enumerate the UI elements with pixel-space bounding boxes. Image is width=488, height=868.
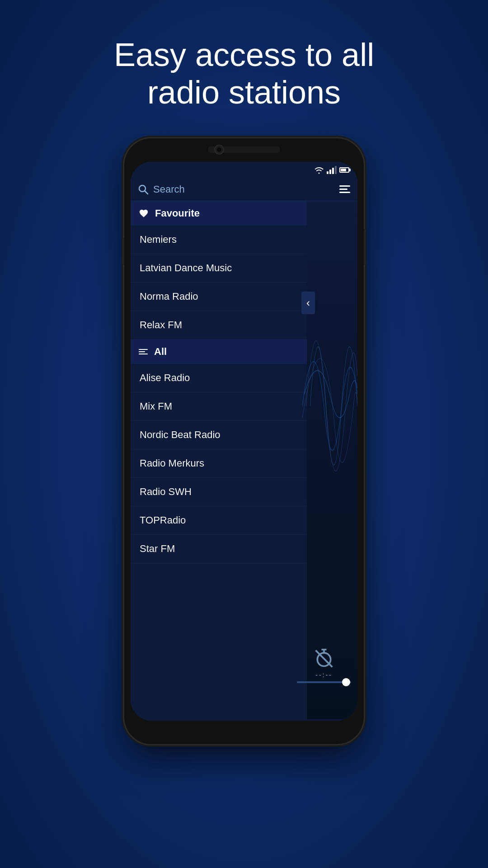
list-item[interactable]: Radio SWH	[131, 478, 307, 506]
app-content: Search	[131, 178, 357, 721]
list-item-text: Nordic Beat Radio	[140, 429, 221, 440]
list-item[interactable]: Alise Radio	[131, 364, 307, 392]
phone-volume-button	[122, 238, 124, 265]
phone-mockup: Search	[124, 138, 364, 744]
list-item[interactable]: Latvian Dance Music	[131, 254, 307, 283]
status-bar	[131, 162, 357, 178]
list-item-text: Star FM	[140, 543, 175, 554]
wifi-icon	[314, 166, 324, 174]
list-item[interactable]: Nordic Beat Radio	[131, 421, 307, 449]
waveform-art	[302, 228, 357, 584]
list-item[interactable]: Radio Merkurs	[131, 449, 307, 478]
search-icon	[138, 184, 149, 195]
right-panel: --:--	[307, 201, 357, 719]
app-headline: Easy access to all radio stations	[59, 36, 429, 111]
list-item-text: Relax FM	[140, 319, 182, 330]
search-placeholder: Search	[153, 184, 185, 195]
list-item-text: TOPRadio	[140, 514, 186, 526]
list-item[interactable]: Star FM	[131, 535, 307, 563]
svg-line-1	[145, 191, 148, 194]
list-item[interactable]: Mix FM	[131, 392, 307, 421]
list-item[interactable]: Relax FM	[131, 311, 307, 340]
timer-off-icon[interactable]	[314, 649, 334, 669]
all-section-header[interactable]: All	[131, 340, 307, 364]
search-bar[interactable]: Search	[131, 178, 357, 201]
list-item-text: Norma Radio	[140, 291, 198, 302]
list-item[interactable]: TOPRadio	[131, 506, 307, 535]
phone-camera	[214, 145, 224, 155]
volume-thumb[interactable]	[342, 678, 350, 686]
heart-icon	[139, 208, 149, 218]
all-section-icon	[139, 349, 148, 354]
list-item-text: Radio Merkurs	[140, 458, 204, 469]
battery-icon	[339, 167, 349, 173]
status-icons	[314, 166, 349, 174]
list-item[interactable]: Norma Radio	[131, 283, 307, 311]
collapse-panel-button[interactable]	[301, 292, 315, 314]
phone-screen: Search	[131, 162, 357, 721]
favourite-section-label: Favourite	[155, 208, 200, 219]
signal-icon	[327, 166, 337, 174]
list-item-text: Latvian Dance Music	[140, 262, 232, 274]
controls-area: --:--	[297, 649, 351, 683]
split-layout: Favourite Nemiers Latvian Dance Music No…	[131, 201, 357, 719]
search-input-area[interactable]: Search	[138, 184, 339, 195]
favourite-section-header[interactable]: Favourite	[131, 201, 307, 226]
list-item-text: Nemiers	[140, 234, 177, 245]
left-panel: Favourite Nemiers Latvian Dance Music No…	[131, 201, 307, 719]
phone-shell: Search	[124, 138, 364, 744]
list-item-text: Alise Radio	[140, 372, 190, 383]
all-section-label: All	[154, 346, 167, 358]
menu-icon[interactable]	[339, 185, 350, 193]
timer-display: --:--	[315, 671, 333, 679]
list-item-text: Mix FM	[140, 401, 172, 412]
list-item-text: Radio SWH	[140, 486, 192, 497]
phone-power-button	[364, 229, 366, 265]
list-item[interactable]: Nemiers	[131, 226, 307, 254]
volume-slider[interactable]	[297, 681, 351, 683]
